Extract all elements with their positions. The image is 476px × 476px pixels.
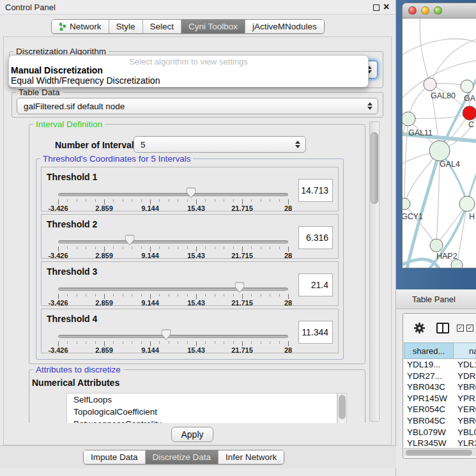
- table-row[interactable]: YER054C YER0: [404, 404, 476, 415]
- attribute-list-item[interactable]: TopologicalCoefficient: [67, 406, 337, 418]
- table-cell[interactable]: YBR043C: [404, 381, 454, 393]
- threshold-slider-thumb[interactable]: [235, 282, 245, 293]
- table-cell[interactable]: YER0: [454, 404, 476, 415]
- threshold-slider-thumb[interactable]: [162, 329, 171, 341]
- attributes-group: Attributes to discretize Numerical Attri…: [29, 369, 365, 423]
- threshold-label: Threshold 4: [47, 314, 97, 324]
- tab-infer-network[interactable]: Infer Network: [219, 450, 284, 464]
- threshold-list: Threshold 1 -3.4262.8599.14415.4321.7152…: [41, 167, 339, 356]
- table-cell[interactable]: YDR2: [454, 371, 476, 382]
- network-node[interactable]: [424, 78, 436, 91]
- table-row[interactable]: YBR045C YBR0: [404, 415, 476, 427]
- tab-network[interactable]: Network: [52, 20, 109, 33]
- minimize-traffic-light-icon[interactable]: [421, 6, 429, 15]
- threshold-value-box[interactable]: 21.4: [298, 273, 333, 296]
- float-window-icon[interactable]: [373, 4, 380, 11]
- attribute-list-item[interactable]: SelfLoops: [67, 394, 337, 406]
- table-row[interactable]: YDL19... YDL1: [404, 359, 476, 371]
- close-traffic-light-icon[interactable]: [408, 6, 417, 15]
- table-cell[interactable]: YBR045C: [404, 415, 454, 427]
- table-cell[interactable]: YDL19...: [404, 359, 454, 371]
- table-row[interactable]: YPR145W YPR1: [404, 393, 476, 404]
- threshold-value-box[interactable]: 14.713: [298, 179, 333, 202]
- table-cell[interactable]: YPR1: [454, 393, 476, 404]
- network-node[interactable]: [451, 259, 463, 268]
- table-cell[interactable]: YER054C: [404, 404, 454, 415]
- control-panel: Control Panel × Network Style Select Cyn…: [0, 0, 396, 476]
- table-cell[interactable]: YDR27...: [404, 371, 454, 382]
- threshold-label: Threshold 3: [47, 266, 97, 277]
- table-cell[interactable]: YBL0: [454, 427, 476, 438]
- scale-label: 15.43: [187, 299, 205, 307]
- tab-cyni-toolbox[interactable]: Cyni Toolbox: [181, 20, 245, 33]
- threshold-panel: Threshold 1 -3.4262.8599.14415.4321.7152…: [41, 167, 339, 211]
- table-cell[interactable]: YDL1: [454, 359, 476, 371]
- table-panel-titlebar: Table Panel: [396, 289, 476, 309]
- group-title: Attributes to discretize: [33, 365, 123, 374]
- network-window-titlebar[interactable]: [403, 3, 476, 19]
- num-intervals-select[interactable]: 5: [134, 136, 306, 153]
- apply-button[interactable]: Apply: [171, 427, 213, 442]
- checkbox-icon[interactable]: ✓: [466, 325, 473, 332]
- table-data-group: Table Data galFiltered.sif default node: [12, 92, 383, 118]
- settings-scroll-area: Interval Definition Number of Intervals …: [0, 120, 396, 423]
- scale-label: 21.715: [231, 299, 253, 307]
- attribute-list-item[interactable]: BetweennessCentrality: [67, 418, 337, 423]
- table-row[interactable]: YBR043C YBR0: [404, 381, 476, 393]
- table-cell[interactable]: YPR145W: [404, 393, 454, 404]
- table-row[interactable]: YLR345W YLR3: [404, 438, 476, 448]
- threshold-slider-thumb[interactable]: [186, 187, 196, 199]
- network-node[interactable]: [461, 80, 473, 93]
- thresholds-group: Threshold's Coordinates for 5 Intervals …: [36, 158, 344, 360]
- network-node[interactable]: [403, 112, 415, 126]
- scale-label: 2.859: [95, 299, 113, 307]
- network-node[interactable]: [403, 198, 410, 210]
- tab-impute-data[interactable]: Impute Data: [84, 450, 146, 464]
- table-row[interactable]: YDR27... YDR2: [404, 371, 476, 382]
- close-icon[interactable]: ×: [383, 1, 389, 13]
- table-cell[interactable]: YBR0: [454, 381, 476, 393]
- column-header-shared[interactable]: shared...: [404, 342, 454, 359]
- show-columns-icon[interactable]: [436, 323, 449, 334]
- tab-label: Discretize Data: [153, 452, 211, 462]
- threshold-value-box[interactable]: 11.344: [298, 321, 333, 344]
- network-node[interactable]: [429, 141, 450, 161]
- tab-label: Style: [116, 22, 135, 31]
- zoom-traffic-light-icon[interactable]: [434, 6, 442, 15]
- table-horizontal-scrollbar[interactable]: [404, 448, 476, 456]
- scale-label: -3.426: [48, 204, 68, 212]
- network-node[interactable]: [459, 196, 475, 211]
- algorithm-option-manual[interactable]: Manual Discretization: [11, 65, 103, 75]
- table-toolbar: ✓ ✓: [403, 314, 476, 342]
- checkbox-icon[interactable]: ✓: [457, 325, 464, 332]
- column-header-name[interactable]: na: [454, 342, 476, 359]
- tab-discretize-data[interactable]: Discretize Data: [146, 450, 219, 464]
- table-data-select[interactable]: galFiltered.sif default node: [17, 98, 378, 114]
- threshold-slider-thumb[interactable]: [125, 234, 134, 246]
- table-row[interactable]: YBL079W YBL0: [404, 427, 476, 438]
- network-canvas[interactable]: GAL80GACGAL11GAL4GCY1HHAP2: [403, 19, 476, 268]
- network-node[interactable]: [430, 239, 443, 252]
- scrollbar-thumb[interactable]: [339, 395, 346, 419]
- table-cell[interactable]: YBL079W: [404, 427, 454, 438]
- threshold-value-box[interactable]: 6.316: [298, 226, 333, 249]
- algorithm-dropdown-popup: Select algorithm to view settings Manual…: [8, 55, 369, 88]
- table-cell[interactable]: YLR345W: [404, 438, 454, 448]
- algorithm-option-equal-width[interactable]: Equal Width/Frequency Discretization: [11, 75, 160, 86]
- attributes-list-scrollbar[interactable]: [337, 393, 347, 423]
- settings-vertical-scrollbar[interactable]: [369, 121, 380, 422]
- tab-select[interactable]: Select: [143, 20, 182, 33]
- tab-style[interactable]: Style: [109, 20, 143, 33]
- network-node[interactable]: [463, 106, 476, 120]
- tab-label: jActiveMNodules: [252, 22, 317, 31]
- threshold-panel: Threshold 4 -3.4262.8599.14415.4321.7152…: [41, 309, 339, 353]
- scrollbar-thumb[interactable]: [406, 450, 472, 456]
- table-cell[interactable]: YLR3: [454, 438, 476, 448]
- scale-label: 21.715: [231, 204, 253, 212]
- scrollbar-thumb[interactable]: [371, 132, 378, 204]
- gear-icon[interactable]: [413, 322, 426, 334]
- scale-label: 2.859: [95, 204, 113, 212]
- threshold-panel: Threshold 2 -3.4262.8599.14415.4321.7152…: [41, 214, 339, 259]
- table-cell[interactable]: YBR0: [454, 415, 476, 427]
- tab-jactivemnodules[interactable]: jActiveMNodules: [245, 20, 324, 33]
